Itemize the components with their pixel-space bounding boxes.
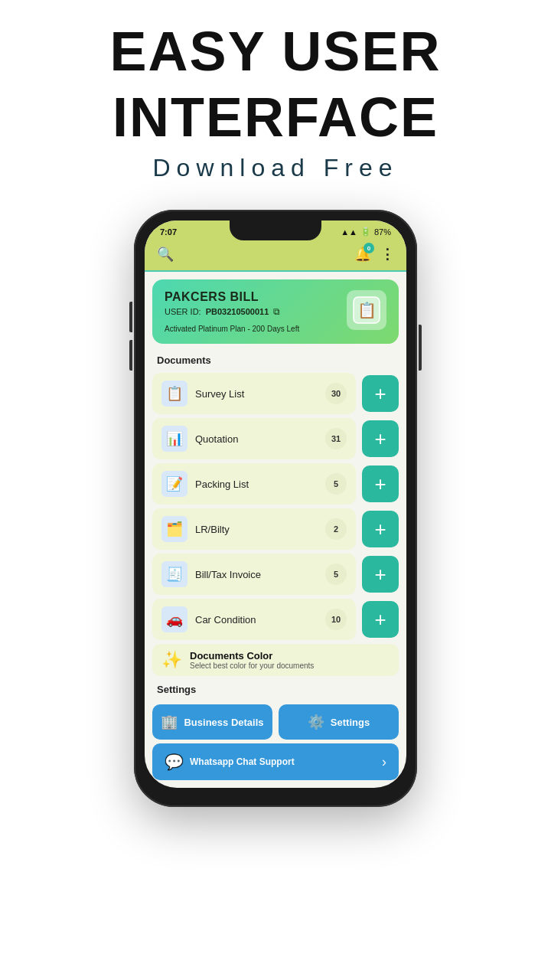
notch [230, 220, 321, 240]
doc-count-0: 30 [325, 383, 347, 404]
doc-count-5: 10 [325, 609, 347, 630]
docs-color-info: Documents Color Select best color for yo… [190, 650, 314, 670]
doc-count-2: 5 [325, 473, 347, 495]
phone-frame: 7:07 ▲▲ 🔋 87% 🔍 🔔 0 ⋮ PAKCERS BILL [134, 210, 417, 807]
whatsapp-text: Whatsapp Chat Support [190, 756, 295, 767]
docs-color-title: Documents Color [190, 650, 314, 662]
status-right: ▲▲ 🔋 87% [341, 227, 391, 237]
settings-section-label: Settings [145, 678, 406, 698]
doc-name-0: Survey List [195, 388, 244, 400]
doc-item-4[interactable]: 🧾Bill/Tax Invoice5 [152, 554, 356, 595]
settings-gear-icon: ⚙️ [308, 714, 324, 730]
notification-button[interactable]: 🔔 0 [354, 246, 371, 263]
user-card: PAKCERS BILL USER ID: PB03210500011 ⧉ Ac… [152, 279, 399, 344]
doc-item-3[interactable]: 🗂️LR/Bilty2 [152, 508, 356, 550]
doc-count-4: 5 [325, 564, 347, 585]
doc-icon-2: 📝 [161, 471, 187, 497]
doc-count-3: 2 [325, 518, 347, 540]
business-details-button[interactable]: 🏢 Business Details [152, 704, 272, 740]
menu-dots-icon[interactable]: ⋮ [380, 246, 394, 263]
settings-label: Settings [331, 717, 370, 728]
whatsapp-bar[interactable]: 💬 Whatsapp Chat Support › [152, 743, 399, 780]
signal-icon: ▲▲ [341, 227, 357, 237]
doc-item-left-0: 📋Survey List [161, 381, 244, 407]
doc-icon-4: 🧾 [161, 561, 187, 587]
doc-icon-5: 🚗 [161, 606, 187, 632]
doc-name-3: LR/Bilty [195, 524, 230, 535]
document-row-1: 📊Quotation31+ [152, 418, 399, 459]
headline-line2: INTERFACE [112, 89, 439, 147]
add-button-0[interactable]: + [362, 375, 399, 412]
user-id-value: PB03210500011 [206, 307, 269, 316]
add-button-1[interactable]: + [362, 420, 399, 457]
doc-item-1[interactable]: 📊Quotation31 [152, 418, 356, 459]
status-time: 7:07 [160, 227, 177, 237]
doc-icon-0: 📋 [161, 381, 187, 407]
doc-icon-1: 📊 [161, 426, 187, 452]
header-actions: 🔔 0 ⋮ [354, 246, 394, 263]
doc-item-2[interactable]: 📝Packing List5 [152, 463, 356, 505]
user-logo: 📋 [347, 290, 386, 330]
add-button-3[interactable]: + [362, 511, 399, 547]
phone-screen: 7:07 ▲▲ 🔋 87% 🔍 🔔 0 ⋮ PAKCERS BILL [145, 220, 406, 788]
phone-vol-down [129, 340, 132, 371]
documents-list: 📋Survey List30+📊Quotation31+📝Packing Lis… [145, 373, 406, 640]
user-id-label: USER ID: [165, 307, 201, 316]
notification-badge: 0 [364, 243, 374, 253]
doc-count-1: 31 [325, 428, 347, 449]
docs-color-subtitle: Select best color for your documents [190, 662, 314, 670]
phone-vol-up [129, 302, 132, 332]
app-header: 🔍 🔔 0 ⋮ [145, 240, 406, 272]
phone-power-btn [419, 325, 422, 371]
whatsapp-icon: 💬 [165, 753, 184, 771]
docs-color-icon: ✨ [161, 650, 182, 670]
copy-icon[interactable]: ⧉ [273, 306, 280, 317]
document-row-3: 🗂️LR/Bilty2+ [152, 508, 399, 550]
battery-icon: 🔋 [360, 227, 371, 237]
subheadline: Download Free [153, 154, 399, 182]
add-button-5[interactable]: + [362, 601, 399, 638]
plan-text: Activated Platinum Plan - 200 Days Left [165, 325, 299, 333]
settings-buttons-row: 🏢 Business Details ⚙️ Settings [152, 704, 399, 740]
documents-section-label: Documents [145, 348, 406, 369]
doc-item-left-1: 📊Quotation [161, 426, 238, 452]
doc-item-left-4: 🧾Bill/Tax Invoice [161, 561, 261, 587]
business-details-icon: 🏢 [161, 714, 178, 730]
user-name: PAKCERS BILL [165, 290, 299, 304]
doc-item-5[interactable]: 🚗Car Condition10 [152, 599, 356, 640]
document-row-2: 📝Packing List5+ [152, 463, 399, 505]
settings-button[interactable]: ⚙️ Settings [279, 704, 399, 740]
svg-text:📋: 📋 [357, 301, 377, 319]
document-row-0: 📋Survey List30+ [152, 373, 399, 414]
doc-name-2: Packing List [195, 479, 249, 490]
add-button-2[interactable]: + [362, 466, 399, 502]
doc-name-5: Car Condition [195, 614, 256, 626]
whatsapp-arrow-icon: › [382, 754, 386, 770]
doc-item-0[interactable]: 📋Survey List30 [152, 373, 356, 414]
doc-item-left-2: 📝Packing List [161, 471, 249, 497]
battery-percent: 87% [374, 227, 391, 237]
doc-name-4: Bill/Tax Invoice [195, 569, 261, 580]
doc-item-left-5: 🚗Car Condition [161, 606, 256, 632]
business-details-label: Business Details [184, 717, 263, 728]
headline-line1: EASY USER [110, 23, 442, 81]
documents-color-row[interactable]: ✨ Documents Color Select best color for … [152, 644, 399, 676]
user-id-row: USER ID: PB03210500011 ⧉ [165, 306, 299, 317]
user-info: PAKCERS BILL USER ID: PB03210500011 ⧉ Ac… [165, 290, 299, 333]
doc-item-left-3: 🗂️LR/Bilty [161, 516, 230, 542]
doc-name-1: Quotation [195, 433, 238, 445]
doc-icon-3: 🗂️ [161, 516, 187, 542]
add-button-4[interactable]: + [362, 556, 399, 593]
search-icon[interactable]: 🔍 [157, 246, 174, 263]
document-row-5: 🚗Car Condition10+ [152, 599, 399, 640]
whatsapp-left: 💬 Whatsapp Chat Support [165, 753, 295, 771]
document-row-4: 🧾Bill/Tax Invoice5+ [152, 554, 399, 595]
